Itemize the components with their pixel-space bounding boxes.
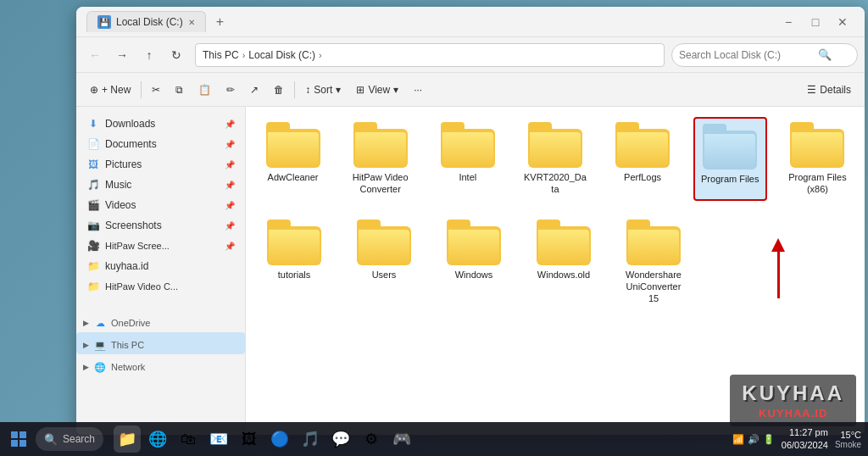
new-tab-button[interactable]: +: [216, 14, 224, 30]
svg-rect-2: [11, 440, 18, 447]
rename-button[interactable]: ✏: [220, 77, 242, 103]
pin-icon: 📌: [225, 160, 235, 170]
taskbar-app-chrome[interactable]: 🔵: [266, 425, 293, 453]
taskbar-app-store[interactable]: 🛍: [175, 425, 202, 453]
file-item-programfilesx86[interactable]: Program Files (x86): [781, 117, 854, 201]
sidebar-group-network[interactable]: ▶ 🌐 Network: [76, 354, 245, 376]
sidebar-item-label: kuyhaa.id: [105, 260, 148, 272]
maximize-button[interactable]: □: [804, 14, 827, 31]
sidebar-group-label: This PC: [111, 340, 144, 350]
folder-icon: [703, 124, 757, 170]
file-label: tutorials: [278, 269, 311, 281]
taskbar-app-mail[interactable]: 📧: [205, 425, 232, 453]
breadcrumb-thispc[interactable]: This PC: [203, 49, 239, 61]
sidebar-group-onedrive[interactable]: ▶ ☁ OneDrive: [76, 310, 245, 332]
close-button[interactable]: ✕: [831, 14, 854, 31]
search-icon[interactable]: 🔍: [818, 48, 832, 61]
copy-button[interactable]: ⧉: [169, 77, 190, 103]
pin-icon: 📌: [225, 181, 235, 190]
sidebar-item-pictures[interactable]: 🖼 Pictures 📌: [76, 154, 245, 175]
sidebar-item-downloads[interactable]: ⬇ Downloads 📌: [76, 114, 245, 134]
details-icon: ☰: [807, 84, 816, 96]
back-button[interactable]: ←: [83, 43, 107, 67]
taskbar-app-explorer[interactable]: 📁: [114, 425, 141, 453]
sidebar-item-label: Videos: [105, 199, 136, 211]
taskbar-app-game[interactable]: 🎮: [388, 425, 415, 453]
details-button[interactable]: ☰ Details: [800, 77, 858, 103]
breadcrumb-localdisk[interactable]: Local Disk (C:): [248, 49, 315, 61]
view-button[interactable]: ⊞ View ▾: [349, 77, 405, 103]
taskbar-app-edge[interactable]: 🌐: [144, 425, 171, 453]
rename-icon: ✏: [226, 84, 235, 96]
thispc-icon: 💻: [92, 337, 108, 353]
sidebar-item-label: Pictures: [105, 158, 142, 170]
sidebar-group-thispc[interactable]: ▶ 💻 This PC: [76, 332, 245, 354]
share-button[interactable]: ↗: [243, 77, 265, 103]
screenshots-icon: 📷: [86, 219, 100, 232]
breadcrumb[interactable]: This PC › Local Disk (C:) ›: [195, 43, 665, 67]
toolbar-separator-2: [294, 81, 295, 98]
sidebar-item-label: HitPaw Scree...: [105, 241, 170, 251]
file-label: Wondershare UniConverter 15: [620, 269, 687, 305]
folder-icon: [790, 122, 844, 168]
sidebar-item-hitpaw[interactable]: 🎥 HitPaw Scree... 📌: [76, 236, 245, 256]
taskbar-app-settings[interactable]: ⚙: [358, 425, 385, 453]
sidebar-item-music[interactable]: 🎵 Music 📌: [76, 175, 245, 195]
search-input[interactable]: [679, 49, 815, 61]
minimize-button[interactable]: −: [776, 14, 800, 31]
folder-icon: [441, 122, 495, 168]
arrow-head: [771, 238, 785, 252]
pictures-icon: 🖼: [86, 158, 100, 171]
hitpawvideo-icon: 📁: [86, 280, 100, 293]
delete-button[interactable]: 🗑: [267, 77, 291, 103]
file-label: AdwCleaner: [268, 171, 319, 183]
file-item-programfiles[interactable]: Program Files: [693, 117, 767, 201]
folder-icon: [267, 220, 321, 265]
taskbar-search-icon: 🔍: [44, 433, 58, 446]
more-button[interactable]: ···: [407, 77, 429, 103]
breadcrumb-sep1: ›: [242, 50, 246, 60]
pin-icon: 📌: [225, 201, 235, 210]
sidebar-item-screenshots[interactable]: 📷 Screenshots 📌: [76, 215, 245, 236]
file-item-windowsold[interactable]: Windows.old: [526, 214, 602, 310]
sidebar-item-documents[interactable]: 📄 Documents 📌: [76, 134, 245, 154]
file-item-hitpaw[interactable]: HitPaw Video Converter: [343, 117, 417, 201]
forward-button[interactable]: →: [110, 43, 134, 67]
sidebar-item-kuyhaa[interactable]: 📁 kuyhaa.id: [76, 256, 245, 276]
taskbar-search-box[interactable]: 🔍 Search: [36, 427, 103, 451]
file-item-windows[interactable]: Windows: [436, 214, 512, 310]
sort-label: Sort: [314, 84, 332, 96]
up-button[interactable]: ↑: [137, 43, 161, 67]
tab-close-button[interactable]: ✕: [188, 18, 195, 27]
onedrive-expand-icon: ▶: [83, 319, 89, 327]
taskbar-app-whatsapp[interactable]: 💬: [327, 425, 354, 453]
file-item-users[interactable]: Users: [346, 214, 422, 310]
paste-button[interactable]: 📋: [192, 77, 218, 103]
taskbar-app-spotify[interactable]: 🎵: [297, 425, 324, 453]
window-controls: − □ ✕: [776, 14, 854, 31]
taskbar-app-photos[interactable]: 🖼: [236, 425, 263, 453]
file-item-kvrt[interactable]: KVRT2020_Data: [518, 117, 592, 201]
sidebar-item-videos[interactable]: 🎬 Videos 📌: [76, 195, 245, 215]
sort-button[interactable]: ↕ Sort ▾: [298, 77, 348, 103]
file-item-intel[interactable]: Intel: [431, 117, 504, 201]
refresh-button[interactable]: ↻: [164, 43, 188, 67]
file-item-perflogs[interactable]: PerfLogs: [606, 117, 680, 201]
weather-widget: 15°C Smoke: [835, 430, 861, 449]
taskbar-clock[interactable]: 11:27 pm 06/03/2024: [782, 426, 828, 453]
file-item-adwcleaner[interactable]: AdwCleaner: [256, 117, 330, 201]
folder-icon: [357, 220, 411, 265]
window-tab[interactable]: 💾 Local Disk (C:) ✕: [86, 11, 206, 32]
toolbar: ⊕ + New ✂ ⧉ 📋 ✏ ↗ 🗑 ↕: [76, 73, 865, 107]
downloads-icon: ⬇: [86, 117, 100, 131]
file-explorer-window: 💾 Local Disk (C:) ✕ + − □ ✕ ← → ↑ ↻ This…: [76, 7, 865, 435]
toolbar-separator-1: [141, 81, 142, 98]
start-button[interactable]: [7, 427, 31, 451]
copy-icon: ⧉: [175, 84, 183, 96]
cut-button[interactable]: ✂: [145, 77, 167, 103]
sidebar-item-hitpawvideo[interactable]: 📁 HitPaw Video C...: [76, 276, 245, 297]
file-item-tutorials[interactable]: tutorials: [256, 214, 332, 310]
taskbar-apps: 📁 🌐 🛍 📧 🖼 🔵 🎵 💬 ⚙ 🎮: [114, 425, 415, 453]
file-item-wondershare[interactable]: Wondershare UniConverter 15: [615, 214, 692, 310]
new-button[interactable]: ⊕ + New: [83, 77, 137, 103]
